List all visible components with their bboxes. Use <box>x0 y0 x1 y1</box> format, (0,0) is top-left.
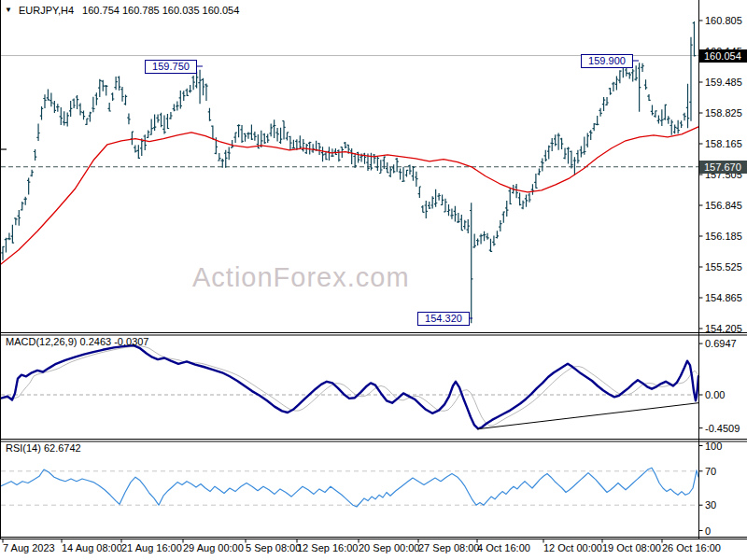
chart-menu-arrow-icon[interactable]: ▼ <box>5 6 12 14</box>
time-axis-label: 27 Sep 08:00 <box>418 542 479 553</box>
price-annotation-1[interactable]: 159.900 <box>581 54 633 68</box>
ma-line <box>0 127 698 265</box>
price-axis-label: 155.525 <box>705 261 742 273</box>
time-axis-label: 14 Aug 08:00 <box>62 542 122 553</box>
mt4-chart-window: ActionForex.com ▼ EURJPY,H4160.754 160.7… <box>0 0 747 560</box>
price-axis-label: 159.485 <box>705 77 742 88</box>
rsi-axis-label: 100 <box>705 441 722 452</box>
macd-axis-label: -0.4509 <box>705 423 740 434</box>
macd-axis-label: 0.00 <box>705 389 725 400</box>
level-price-badge: 157.670 <box>699 161 747 174</box>
price-axis-label: 154.205 <box>705 323 742 334</box>
rsi-axis-label: 30 <box>705 499 716 511</box>
chart-canvas[interactable] <box>0 0 747 560</box>
price-axis-label: 156.185 <box>705 231 742 242</box>
price-axis-label: 158.825 <box>705 107 742 119</box>
rsi-indicator-label: RSI(14) 62.6742 <box>6 442 81 454</box>
time-axis-label: 12 Oct 00:00 <box>543 542 602 553</box>
rsi-line <box>0 468 698 507</box>
chart-symbol-period: EURJPY,H4 <box>19 5 74 16</box>
price-axis-label: 160.805 <box>705 15 742 26</box>
time-axis-label: 7 Aug 2023 <box>3 542 55 553</box>
time-axis-label: 29 Aug 00:00 <box>183 542 244 553</box>
time-axis-label: 4 Oct 16:00 <box>477 542 530 553</box>
price-axis-label: 154.865 <box>705 292 742 303</box>
price-annotation-0[interactable]: 159.750 <box>145 60 197 74</box>
macd-indicator-label: MACD(12,26,9) 0.2463 -0.0307 <box>6 336 148 347</box>
macd-axis-label: 0.6947 <box>705 338 737 349</box>
price-axis-label: 156.845 <box>705 200 742 211</box>
macd-line <box>0 345 698 428</box>
time-axis-label: 12 Sep 16:00 <box>297 542 358 553</box>
price-axis-label: 158.165 <box>705 138 742 149</box>
price-annotation-2[interactable]: 154.320 <box>417 312 470 326</box>
macd-signal-line <box>0 346 698 426</box>
time-axis-label: 5 Sep 08:00 <box>246 542 301 553</box>
rsi-axis-label: 0 <box>705 525 711 537</box>
time-axis-label: 19 Oct 08:00 <box>602 542 661 553</box>
time-axis-label: 20 Sep 00:00 <box>359 542 419 553</box>
chart-title: EURJPY,H4160.754 160.785 160.035 160.054 <box>19 5 239 16</box>
chart-ohlc-values: 160.754 160.785 160.035 160.054 <box>82 5 239 16</box>
rsi-axis-label: 70 <box>705 466 716 477</box>
current-price-badge: 160.054 <box>699 49 747 63</box>
time-axis-label: 21 Aug 16:00 <box>121 542 182 553</box>
time-axis-label: 26 Oct 16:00 <box>662 542 721 553</box>
